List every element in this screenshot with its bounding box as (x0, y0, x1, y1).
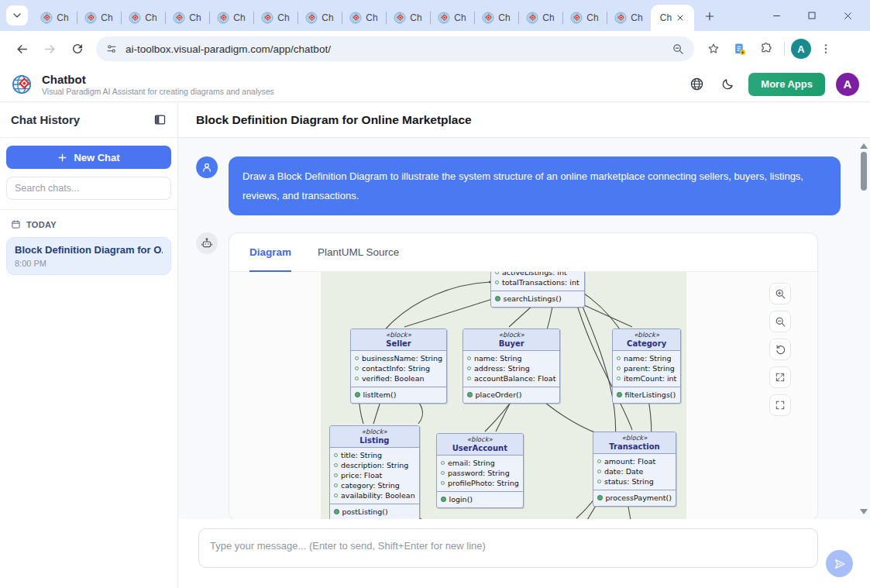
block-operations: listItem() (351, 387, 446, 403)
browser-tab[interactable]: Ch (253, 5, 297, 31)
browser-menu-button[interactable] (814, 37, 837, 60)
forward-button[interactable] (38, 37, 61, 60)
block-name: UserAccount (442, 444, 518, 452)
zoom-out-button[interactable] (769, 311, 791, 332)
browser-tab[interactable]: Ch (342, 5, 386, 31)
chat-item-title: Block Definition Diagram for O... (15, 244, 163, 256)
chat-history-item[interactable]: Block Definition Diagram for O... 8:00 P… (6, 237, 171, 275)
app-title: Chatbot (42, 73, 274, 86)
browser-tab[interactable]: Ch (562, 5, 607, 31)
chat-scrollbar[interactable] (859, 139, 868, 518)
uml-block-buyer[interactable]: «block» Buyername: Stringaddress: String… (463, 328, 560, 404)
scroll-down-button[interactable] (859, 507, 868, 516)
reload-button[interactable] (66, 37, 89, 60)
browser-tab-strip: Ch Ch Ch Ch Ch Ch Ch Ch (0, 0, 870, 31)
block-stereotype: «block» (356, 331, 442, 339)
browser-tab[interactable]: Ch (430, 5, 474, 31)
zoom-out-icon (775, 316, 786, 328)
new-chat-button[interactable]: New Chat (6, 146, 171, 169)
tab-search-button[interactable] (6, 5, 28, 26)
block-stereotype: «block» (335, 428, 414, 435)
diagram-viewport[interactable]: activeListings: inttotalTransactions: in… (229, 272, 817, 519)
new-tab-button[interactable] (699, 5, 720, 27)
tab-label: Ch (454, 12, 466, 23)
close-tab-icon[interactable] (676, 13, 685, 22)
browser-tab[interactable]: Ch (297, 5, 342, 31)
zoom-in-button[interactable] (769, 283, 791, 304)
doc-download-extension-button[interactable] (728, 37, 751, 60)
url-text[interactable]: ai-toolbox.visual-paradigm.com/app/chatb… (126, 43, 664, 55)
operation-icon (495, 296, 500, 301)
zoom-level-icon[interactable] (672, 43, 685, 56)
browser-tab[interactable]: Ch (607, 5, 651, 31)
block-attribute: verified: Boolean (355, 373, 442, 383)
chat-item-time: 8:00 PM (15, 259, 163, 268)
address-bar[interactable]: ai-toolbox.visual-paradigm.com/app/chatb… (96, 36, 694, 61)
language-button[interactable] (686, 74, 707, 95)
message-input[interactable] (198, 528, 818, 568)
browser-tab[interactable]: Ch (165, 5, 209, 31)
tab-label: Ch (660, 12, 672, 23)
browser-profile-avatar[interactable]: A (791, 39, 811, 59)
scrollbar-thumb[interactable] (861, 152, 867, 191)
browser-tab[interactable]: Ch (209, 5, 253, 31)
uml-block-listing[interactable]: «block» Listingtitle: Stringdescription:… (329, 425, 420, 519)
card-tab-diagram[interactable]: Diagram (249, 233, 291, 272)
uml-block-seller[interactable]: «block» SellerbusinessName: Stringcontac… (350, 328, 447, 404)
card-tab-plantuml-source[interactable]: PlantUML Source (318, 233, 399, 272)
search-chats-input[interactable] (6, 177, 171, 200)
back-button[interactable] (10, 37, 33, 60)
block-attribute: businessName: String (355, 353, 442, 363)
close-window-button[interactable] (830, 0, 865, 31)
visual-paradigm-favicon (394, 12, 406, 24)
diagram-card-tabs: DiagramPlantUML Source (229, 233, 817, 272)
new-chat-label: New Chat (74, 152, 119, 163)
fullscreen-button[interactable] (769, 394, 791, 416)
reset-view-button[interactable] (769, 339, 791, 360)
block-attribute: password: String (441, 468, 519, 478)
collapse-sidebar-button[interactable] (153, 113, 167, 126)
browser-tab[interactable]: Ch (121, 5, 165, 31)
block-attribute: category: String (334, 480, 415, 490)
chat-area: Draw a Block Definition Diagram to illus… (178, 138, 870, 519)
chat-history-sidebar: Chat History New Chat TODAY Block Defini… (0, 102, 178, 588)
block-attribute: email: String (441, 458, 519, 468)
active-browser-tab[interactable]: Ch (651, 5, 694, 31)
maximize-icon (807, 11, 817, 20)
uml-block-category[interactable]: «block» Categoryname: Stringparent: Stri… (612, 328, 681, 404)
block-attribute: amount: Float (597, 456, 672, 466)
block-stereotype: «block» (442, 435, 518, 443)
more-apps-button[interactable]: More Apps (748, 73, 825, 96)
scroll-up-button[interactable] (859, 141, 868, 150)
tab-label: Ch (498, 12, 510, 23)
dark-mode-button[interactable] (717, 74, 738, 95)
maximize-button[interactable] (794, 0, 830, 31)
uml-block-partial[interactable]: activeListings: inttotalTransactions: in… (490, 272, 585, 308)
diagram-canvas[interactable]: activeListings: inttotalTransactions: in… (321, 272, 686, 519)
tab-label: Ch (233, 12, 245, 23)
browser-tab[interactable]: Ch (33, 5, 77, 31)
send-button[interactable] (826, 550, 853, 577)
browser-tab[interactable]: Ch (518, 5, 562, 31)
browser-tab[interactable]: Ch (77, 5, 121, 31)
minimize-button[interactable] (758, 0, 794, 31)
block-stereotype: «block» (617, 331, 676, 339)
bot-response-card: DiagramPlantUML Source activeListings: i… (229, 232, 818, 519)
block-attribute: date: Date (597, 466, 672, 476)
tab-label: Ch (145, 12, 156, 23)
attribute-icon (334, 473, 338, 477)
block-operations: filterListings() (613, 387, 680, 403)
browser-tab[interactable]: Ch (474, 5, 518, 31)
block-attribute: activeListings: int (495, 272, 580, 277)
doc-download-icon (733, 42, 748, 57)
block-name: Category (617, 339, 676, 348)
block-attribute: name: String (467, 353, 555, 363)
uml-block-transaction[interactable]: «block» Transactionamount: Floatdate: Da… (593, 432, 676, 507)
expand-button[interactable] (769, 366, 791, 388)
user-avatar[interactable]: A (836, 73, 859, 96)
bookmark-button[interactable] (702, 37, 725, 60)
uml-block-useraccount[interactable]: «block» UserAccountemail: Stringpassword… (436, 433, 524, 508)
extensions-button[interactable] (755, 37, 778, 60)
browser-tabs: Ch Ch Ch Ch Ch Ch Ch Ch (33, 0, 694, 31)
browser-tab[interactable]: Ch (386, 5, 430, 31)
